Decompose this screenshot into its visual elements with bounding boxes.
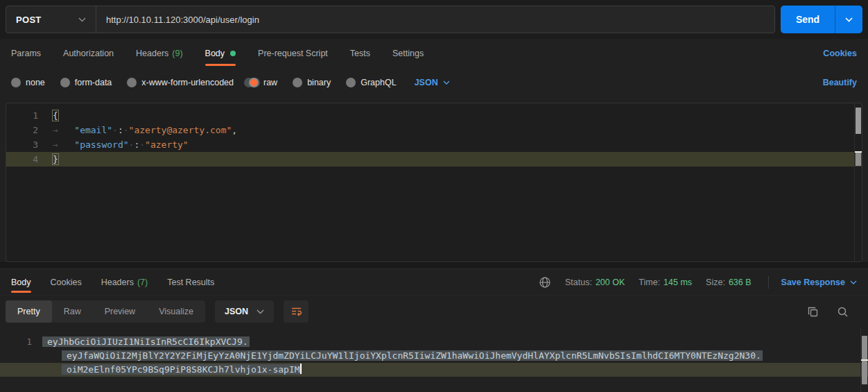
code-token: "azerty@azerty.com" xyxy=(129,125,232,135)
body-type-label: binary xyxy=(307,78,331,87)
view-tab-pretty[interactable]: Pretty xyxy=(6,300,52,323)
response-language-label: JSON xyxy=(225,307,248,316)
view-tab-preview[interactable]: Preview xyxy=(93,300,147,323)
tab-label: Headers xyxy=(136,49,168,58)
line-code[interactable]: } xyxy=(38,152,58,167)
line-code[interactable]: { xyxy=(38,108,58,123)
time-label: Time: xyxy=(639,278,660,287)
code-token: "password" xyxy=(74,139,128,150)
body-language-label: JSON xyxy=(415,78,438,87)
panel-resize-handle[interactable] xyxy=(0,262,868,269)
modified-indicator-icon xyxy=(230,51,236,56)
body-type-x-www-form-urlencoded[interactable]: x-www-form-urlencoded xyxy=(127,78,234,87)
status-pair: Status: 200 OK xyxy=(565,278,625,287)
request-tab-settings[interactable]: Settings xyxy=(392,39,424,68)
line-code[interactable]: oiM2eElnf05YPc9BSq9PiP8S8KCJh7lvhjo1x-sa… xyxy=(32,363,302,377)
line-number xyxy=(0,349,32,363)
send-button-group: Send xyxy=(781,6,862,33)
line-number: 1 xyxy=(0,335,32,349)
code-token: · xyxy=(139,139,145,150)
url-input[interactable] xyxy=(96,6,774,33)
search-response-button[interactable] xyxy=(837,306,849,318)
save-response-button[interactable]: Save Response xyxy=(781,278,857,287)
response-line[interactable]: oiM2eElnf05YPc9BSq9PiP8S8KCJh7lvhjo1x-sa… xyxy=(0,363,868,377)
editor-line[interactable]: 4} xyxy=(6,152,862,167)
scrollbar-thumb[interactable] xyxy=(856,108,861,134)
status-label: Status: xyxy=(565,278,592,287)
send-button[interactable]: Send xyxy=(781,6,835,33)
tab-label: Params xyxy=(11,49,41,58)
line-code[interactable]: → "email"·:·"azerty@azerty.com", xyxy=(38,123,237,137)
line-number: 2 xyxy=(6,123,38,137)
code-token: , xyxy=(232,125,237,135)
request-tab-params[interactable]: Params xyxy=(11,39,41,68)
divider xyxy=(768,276,769,289)
body-type-form-data[interactable]: form-data xyxy=(60,78,112,87)
editor-line[interactable]: 1{ xyxy=(6,108,862,123)
beautify-link[interactable]: Beautify xyxy=(823,78,857,87)
tab-label: Pre-request Script xyxy=(258,49,328,58)
response-body-viewer[interactable]: 1eyJhbGciOiJIUzI1NiIsInR5cCI6IkpXVCJ9.ey… xyxy=(0,327,868,392)
radio-icon xyxy=(60,78,70,87)
api-client-window: POST Send ParamsAuthorizationHeaders(9)B… xyxy=(0,0,868,392)
response-tab-body[interactable]: Body xyxy=(11,269,31,295)
response-language-selector[interactable]: JSON xyxy=(215,300,274,323)
request-editor-lines: 1{2→ "email"·:·"azerty@azerty.com",3→ "p… xyxy=(6,108,862,167)
editor-line[interactable]: 3→ "password"·:·"azerty" xyxy=(6,137,862,152)
method-selector[interactable]: POST xyxy=(6,6,96,33)
editor-line[interactable]: 2→ "email"·:·"azerty@azerty.com", xyxy=(6,123,862,137)
line-code[interactable]: eyJhbGciOiJIUzI1NiIsInR5cCI6IkpXVCJ9. xyxy=(32,335,248,349)
response-token-text: oiM2eElnf05YPc9BSq9PiP8S8KCJh7lvhjo1x-sa… xyxy=(67,364,300,375)
response-line[interactable]: eyJfaWQiOiI2MjBlY2Y2Y2FiMjEyYzA0NjE1Yjdm… xyxy=(0,349,868,363)
request-tab-authorization[interactable]: Authorization xyxy=(63,39,114,68)
tab-label: Body xyxy=(205,49,225,58)
request-body-editor[interactable]: 1{2→ "email"·:·"azerty@azerty.com",3→ "p… xyxy=(6,103,862,262)
chevron-down-icon xyxy=(850,280,857,284)
body-language-selector[interactable]: JSON xyxy=(415,78,450,87)
radio-icon xyxy=(11,78,21,87)
request-tab-pre-request-script[interactable]: Pre-request Script xyxy=(258,39,328,68)
time-value: 145 ms xyxy=(663,278,692,287)
body-type-label: form-data xyxy=(75,78,112,87)
response-tab-cookies[interactable]: Cookies xyxy=(51,269,82,295)
cookies-link[interactable]: Cookies xyxy=(823,39,857,68)
body-type-binary[interactable]: binary xyxy=(293,78,331,87)
copy-response-button[interactable] xyxy=(807,306,819,318)
request-tab-tests[interactable]: Tests xyxy=(350,39,370,68)
response-tab-test-results[interactable]: Test Results xyxy=(167,269,214,295)
code-token: "email" xyxy=(74,125,112,135)
view-tab-raw[interactable]: Raw xyxy=(52,300,93,323)
line-number: 3 xyxy=(6,137,38,152)
body-type-row: noneform-datax-www-form-urlencodedrawbin… xyxy=(0,68,868,97)
line-code[interactable]: eyJfaWQiOiI2MjBlY2Y2Y2FiMjEyYzA0NjE1Yjdm… xyxy=(32,349,761,363)
response-view-switcher: PrettyRawPreviewVisualize xyxy=(6,300,205,323)
send-options-button[interactable] xyxy=(835,6,862,33)
body-type-label: x-www-form-urlencoded xyxy=(141,78,234,87)
line-code[interactable]: → "password"·:·"azerty" xyxy=(38,137,189,152)
wrap-lines-icon xyxy=(290,306,302,317)
tab-label: Headers xyxy=(101,278,134,287)
size-label: Size: xyxy=(706,278,725,287)
request-tab-headers[interactable]: Headers(9) xyxy=(136,39,183,68)
request-tabs: ParamsAuthorizationHeaders(9)BodyPre-req… xyxy=(0,39,868,68)
code-token: · xyxy=(123,125,129,135)
request-tab-body[interactable]: Body xyxy=(205,39,236,68)
response-scrollbar[interactable] xyxy=(860,327,868,392)
status-value: 200 OK xyxy=(596,278,625,287)
radio-icon xyxy=(127,78,137,87)
response-line[interactable]: 1eyJhbGciOiJIUzI1NiIsInR5cCI6IkpXVCJ9. xyxy=(0,335,868,349)
network-globe-icon[interactable] xyxy=(539,276,551,289)
body-type-raw[interactable]: raw xyxy=(249,78,277,87)
tab-label: Authorization xyxy=(63,49,114,58)
body-type-none[interactable]: none xyxy=(11,78,45,87)
wrap-lines-button[interactable] xyxy=(284,300,309,323)
response-tab-headers[interactable]: Headers(7) xyxy=(101,269,148,295)
view-tab-visualize[interactable]: Visualize xyxy=(147,300,205,323)
radio-icon xyxy=(346,78,356,87)
response-token-text: eyJhbGciOiJIUzI1NiIsInR5cCI6IkpXVCJ9. xyxy=(47,336,248,347)
size-value: 636 B xyxy=(729,278,752,287)
save-response-label: Save Response xyxy=(781,278,845,287)
body-type-graphql[interactable]: GraphQL xyxy=(346,78,396,87)
method-label: POST xyxy=(16,15,42,25)
editor-scrollbar[interactable] xyxy=(854,103,862,262)
